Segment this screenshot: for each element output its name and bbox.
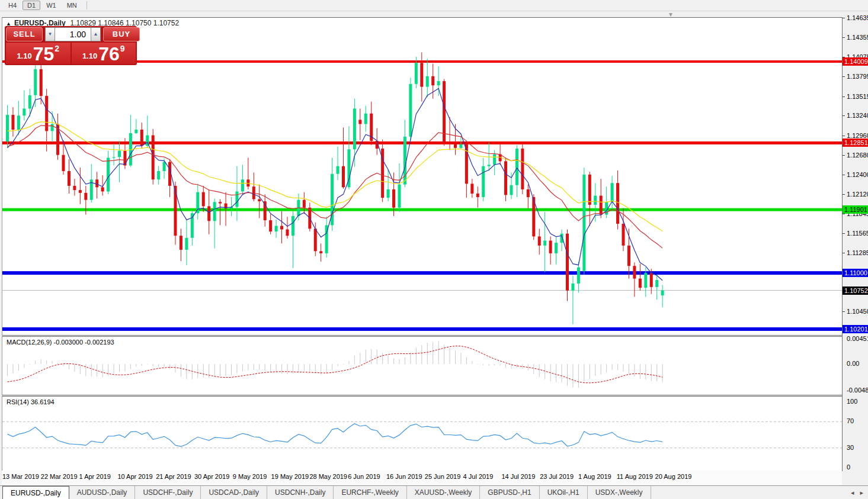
chart-tab-usdcnh[interactable]: USDCNH-,Daily [267,486,334,499]
date-label: 4 Jul 2019 [463,473,494,480]
price-level-badge: 1.10201 [843,325,868,333]
date-label: 14 Jul 2019 [501,473,535,480]
axis-tick-mark [843,136,845,136]
price-level-badge: 1.12851 [843,139,868,147]
date-label: 1 Aug 2019 [578,473,611,480]
date-label: 11 Aug 2019 [617,473,653,480]
volume-decrease-button[interactable]: ▼ [45,27,55,41]
chart-shift-marker-icon[interactable]: ▼ [668,11,674,18]
axis-tick-mark [843,96,845,97]
chart-tab-usdcad[interactable]: USDCAD-,Daily [201,486,267,499]
macd-axis-label: 0.00 [847,360,859,367]
date-label: 16 Jun 2019 [386,473,422,480]
buy-price-main: 76 [98,45,120,63]
price-tick-label: 1.14355 [847,34,868,41]
price-level-badge: 1.14009 [843,57,868,66]
date-label: 25 Jun 2019 [425,473,461,480]
date-axis[interactable]: 13 Mar 201922 Mar 20191 Apr 201910 Apr 2… [2,471,842,485]
buy-price-pip: 9 [120,44,125,53]
chart-tab-gbpusd[interactable]: GBPUSD-,H1 [480,486,539,499]
date-label: 22 Mar 2019 [41,473,78,480]
axis-tick-mark [843,76,845,77]
rsi-axis-label: 0 [847,463,850,471]
rsi-axis-label: 30 [847,444,854,451]
tab-scroll-left-icon[interactable]: ◂ [851,489,854,497]
macd-pane[interactable]: MACD(12,26,9) -0.003000 -0.002193 [2,336,843,395]
chart-tab-usdchf[interactable]: USDCHF-,Daily [135,486,201,499]
price-level-badge: 1.11000 [843,269,868,277]
price-tick-label: 1.12680 [847,152,868,159]
timeframe-toolbar: H4D1W1MN [0,0,868,11]
sell-button[interactable]: SELL [6,27,43,41]
timeframe-button-h4[interactable]: H4 [4,1,21,10]
axis-tick-mark [843,311,845,312]
timeframe-button-mn[interactable]: MN [62,1,82,10]
volume-input[interactable] [55,27,91,41]
price-tick-label: 1.10450 [847,308,868,315]
price-level-badge: 1.11901 [843,205,868,214]
axis-tick-mark [843,175,845,175]
date-label: 10 Apr 2019 [117,473,152,480]
price-tick-label: 1.13795 [847,73,868,80]
rsi-pane[interactable]: RSI(14) 36.6194 [2,396,843,471]
date-label: 21 Apr 2019 [156,473,191,480]
volume-increase-button[interactable]: ▲ [91,27,101,41]
chart-tab-usdx[interactable]: USDX-,Weekly [588,486,651,499]
price-tick-label: 1.11285 [847,249,868,256]
sell-price-main: 75 [33,45,55,63]
price-tick-label: 1.11565 [847,230,868,237]
axis-tick-mark [843,253,845,253]
date-label: 13 Mar 2019 [2,473,39,480]
price-tick-label: 1.13515 [847,93,868,100]
price-tick-label: 1.12400 [847,171,868,178]
price-tick-label: 1.13240 [847,112,868,119]
rsi-axis-label: 100 [847,398,857,405]
rsi-chart [2,397,843,471]
axis-tick-mark [843,233,845,234]
timeframe-button-d1[interactable]: D1 [23,1,40,10]
date-label: 19 May 2019 [271,473,309,480]
date-label: 6 Jun 2019 [348,473,380,480]
date-label: 23 Jul 2019 [540,473,574,480]
chart-tab-eurusd[interactable]: EURUSD-,Daily [2,486,69,499]
buy-button[interactable]: BUY [103,27,140,41]
chart-tab-xauusd[interactable]: XAUUSD-,Weekly [407,486,480,499]
price-tick-label: 1.12120 [847,191,868,198]
macd-chart [2,337,843,395]
rsi-label: RSI(14) 36.6194 [7,398,55,405]
candlestick-chart[interactable] [2,18,843,335]
buy-price-prefix: 1.10 [82,51,97,60]
chart-tab-eurchf[interactable]: EURCHF-,Weekly [334,486,406,499]
date-label: 30 Apr 2019 [194,473,229,480]
date-label: 1 Apr 2019 [79,473,111,480]
macd-axis-label: -0.004806 [847,387,868,394]
date-label: 9 May 2019 [233,473,267,480]
toolbar-separator [87,1,87,9]
price-tick-label: 1.12960 [847,132,868,139]
tab-scroll-right-icon[interactable]: ▸ [860,489,863,497]
axis-tick-mark [843,37,845,38]
price-axis[interactable]: 1.146351.143551.140751.137951.135151.132… [843,0,868,485]
one-click-trading-panel: SELL ▼ ▲ BUY 1.10 75 2 1.10 76 9 [5,26,137,65]
macd-label: MACD(12,26,9) -0.003000 -0.002193 [7,339,114,346]
sell-price-pip: 2 [55,44,59,53]
macd-axis-label: 0.004517 [847,335,868,342]
axis-tick-mark [843,18,845,18]
price-level-badge: 1.10752 [843,286,868,295]
sell-price-prefix: 1.10 [17,51,31,60]
axis-tick-mark [843,115,845,116]
rsi-axis-label: 70 [847,417,854,424]
chart-tab-ukoil[interactable]: UKOil-,H1 [540,486,588,499]
sell-price-quote[interactable]: 1.10 75 2 [6,43,71,64]
timeframe-button-w1[interactable]: W1 [41,1,61,10]
mt4-window: H4D1W1MN MACD(12,26,9) -0.003000 -0.0021… [0,0,868,499]
price-tick-label: 1.14635 [847,14,868,21]
date-label: 28 May 2019 [309,473,347,480]
axis-tick-mark [843,194,845,195]
buy-price-quote[interactable]: 1.10 76 9 [72,43,136,64]
chart-tab-audusd[interactable]: AUDUSD-,Daily [69,486,136,499]
axis-tick-mark [843,155,845,156]
chart-tab-bar: EURUSD-,DailyAUDUSD-,DailyUSDCHF-,DailyU… [0,485,868,499]
date-label: 20 Aug 2019 [655,473,692,480]
